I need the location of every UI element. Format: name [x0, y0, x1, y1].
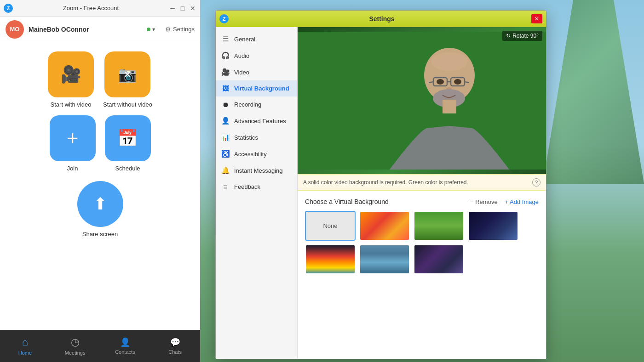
- settings-app-icon: Z: [219, 14, 229, 23]
- video-label: Video: [234, 69, 249, 76]
- video-icon: 🎥: [221, 68, 230, 76]
- rotate-icon: ↻: [506, 33, 511, 39]
- meetings-icon: ◷: [71, 336, 80, 348]
- status-chevron[interactable]: ▾: [152, 26, 155, 33]
- zoom-window-title: Zoom - Free Account: [17, 5, 165, 11]
- profile-name: MaineBob OConnor: [29, 26, 142, 33]
- settings-window-title: Settings: [232, 15, 531, 23]
- bg-sunset-thumb[interactable]: [305, 244, 356, 274]
- svg-point-8: [454, 79, 461, 85]
- join-label: Join: [67, 165, 78, 172]
- nav-meetings-label: Meetings: [65, 350, 86, 356]
- settings-nav-feedback[interactable]: ≡ Feedback: [216, 179, 297, 195]
- status-indicator: [147, 28, 150, 31]
- recording-icon: ⏺: [221, 101, 230, 108]
- general-label: General: [234, 36, 255, 43]
- accessibility-icon: ♿: [221, 150, 230, 158]
- settings-nav-video[interactable]: 🎥 Video: [216, 64, 297, 80]
- bg-row-1: None: [305, 211, 539, 241]
- settings-nav-general[interactable]: ☰ General: [216, 31, 297, 47]
- share-icon: ⬆: [93, 194, 107, 214]
- contacts-icon: 👤: [120, 337, 130, 347]
- start-no-video-item: 📷 ✕ Start without video: [103, 51, 152, 108]
- nav-item-home[interactable]: ⌂ Home: [0, 336, 50, 356]
- calendar-icon: 📅: [117, 129, 138, 148]
- settings-nav-accessibility[interactable]: ♿ Accessibility: [216, 146, 297, 162]
- settings-window: Z Settings ✕ ☰ General 🎧 Audio 🎥 Video 🖼…: [215, 10, 546, 359]
- chats-icon: 💬: [170, 337, 180, 347]
- settings-link[interactable]: ⚙ Settings: [165, 26, 195, 33]
- settings-nav-messaging[interactable]: 🔔 Instant Messaging: [216, 162, 297, 179]
- video-camera-icon: 🎥: [61, 65, 81, 84]
- add-image-button[interactable]: + Add Image: [505, 198, 539, 205]
- sunset-preview: [306, 245, 355, 273]
- avatar: MO: [6, 20, 24, 39]
- settings-nav-statistics[interactable]: 📊 Statistics: [216, 129, 297, 146]
- bg-row-2: [305, 244, 539, 274]
- nav-chats-label: Chats: [168, 349, 182, 355]
- schedule-button[interactable]: 📅: [105, 115, 151, 161]
- share-screen-item: ⬆ Share screen: [77, 181, 123, 238]
- nav-contacts-label: Contacts: [115, 349, 135, 355]
- background-grid: None: [305, 211, 539, 274]
- feedback-label: Feedback: [234, 183, 260, 190]
- video-feed: [298, 27, 546, 174]
- statistics-label: Statistics: [234, 134, 258, 141]
- lake-preview: [360, 245, 409, 273]
- help-icon[interactable]: ?: [532, 178, 540, 187]
- settings-nav-advanced[interactable]: 👤 Advanced Features: [216, 113, 297, 129]
- settings-nav-recording[interactable]: ⏺ Recording: [216, 96, 297, 113]
- settings-nav-audio[interactable]: 🎧 Audio: [216, 47, 297, 64]
- settings-label: Settings: [173, 26, 195, 33]
- remove-background-button[interactable]: − Remove: [470, 198, 498, 205]
- bg-stage-thumb[interactable]: [414, 244, 464, 274]
- feedback-icon: ≡: [221, 183, 230, 191]
- nav-item-chats[interactable]: 💬 Chats: [150, 337, 200, 355]
- close-button[interactable]: ✕: [189, 5, 196, 12]
- info-bar: A solid color video background is requir…: [298, 174, 546, 191]
- bottom-navbar: ⌂ Home ◷ Meetings 👤 Contacts 💬 Chats: [0, 330, 200, 362]
- zoom-main-window: Z Zoom - Free Account ─ □ ✕ MO MaineBob …: [0, 0, 200, 362]
- join-item: + Join: [50, 115, 96, 172]
- minimize-button[interactable]: ─: [169, 5, 176, 12]
- vbg-header: Choose a Virtual Background − Remove + A…: [305, 198, 539, 205]
- share-row: ⬆ Share screen: [77, 181, 123, 238]
- bg-none-thumb[interactable]: None: [305, 211, 356, 241]
- bridge-preview: [360, 212, 409, 240]
- profile-bar: MO MaineBob OConnor ▾ ⚙ Settings: [0, 17, 200, 42]
- home-icon: ⌂: [22, 336, 28, 348]
- virtual-bg-label: Virtual Background: [234, 85, 289, 92]
- maximize-button[interactable]: □: [179, 5, 186, 12]
- start-no-video-button[interactable]: 📷 ✕: [104, 51, 150, 97]
- audio-label: Audio: [234, 52, 249, 59]
- svg-point-11: [431, 52, 468, 71]
- info-message: A solid color video background is requir…: [303, 179, 532, 186]
- bg-grass-thumb[interactable]: [414, 211, 464, 241]
- nav-item-contacts[interactable]: 👤 Contacts: [100, 337, 150, 355]
- grass-preview: [414, 212, 463, 240]
- share-screen-button[interactable]: ⬆: [77, 181, 123, 227]
- bg-lake-thumb[interactable]: [359, 244, 410, 274]
- rotate-label: Rotate 90°: [512, 33, 539, 39]
- settings-body: ☰ General 🎧 Audio 🎥 Video 🖼 Virtual Back…: [216, 27, 546, 359]
- audio-icon: 🎧: [221, 51, 230, 60]
- bg-space-thumb[interactable]: [468, 211, 518, 241]
- start-video-button[interactable]: 🎥: [48, 51, 94, 97]
- gear-icon: ⚙: [165, 26, 171, 33]
- bg-bridge-thumb[interactable]: [359, 211, 410, 241]
- join-button[interactable]: +: [50, 115, 96, 161]
- plus-icon: +: [67, 127, 79, 150]
- settings-nav-virtual-background[interactable]: 🖼 Virtual Background: [216, 80, 297, 96]
- nav-item-meetings[interactable]: ◷ Meetings: [50, 336, 100, 356]
- share-screen-label: Share screen: [82, 231, 118, 238]
- rotate-button[interactable]: ↻ Rotate 90°: [502, 31, 542, 41]
- person-svg: [298, 32, 546, 170]
- space-preview: [469, 212, 518, 240]
- messaging-label: Instant Messaging: [234, 167, 283, 174]
- general-icon: ☰: [221, 35, 230, 43]
- virtual-bg-icon: 🖼: [221, 85, 230, 92]
- accessibility-label: Accessibility: [234, 151, 267, 158]
- svg-point-7: [437, 79, 444, 85]
- settings-close-button[interactable]: ✕: [531, 14, 542, 23]
- start-no-video-label: Start without video: [103, 101, 152, 108]
